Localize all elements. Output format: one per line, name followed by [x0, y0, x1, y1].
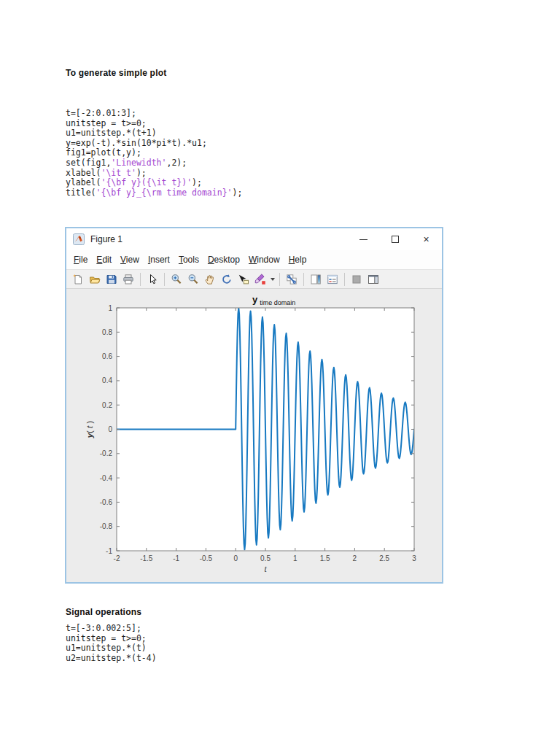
- window-controls: ×: [348, 228, 442, 250]
- new-figure-button[interactable]: [71, 271, 85, 287]
- svg-text:0.5: 0.5: [260, 554, 271, 562]
- toolbar: [66, 269, 442, 289]
- menu-item-desktop[interactable]: Desktop: [203, 255, 244, 265]
- insert-colorbar-icon: [310, 274, 322, 285]
- svg-text:-0.2: -0.2: [100, 449, 113, 457]
- code-block-1: t=[-2:0.01:3];unitstep = t>=0;u1=unitste…: [66, 109, 242, 198]
- toolbar-separator: [164, 273, 165, 286]
- toolbar-separator: [303, 273, 304, 286]
- menu-item-tools[interactable]: Tools: [174, 255, 203, 265]
- link-plot-icon: [286, 274, 298, 285]
- document-page: To generate simple plot t=[-2:0.01:3];un…: [0, 0, 560, 747]
- svg-text:t: t: [264, 565, 267, 573]
- zoom-in-button[interactable]: [169, 271, 184, 287]
- insert-legend-button[interactable]: [325, 271, 340, 287]
- toolbar-separator: [140, 273, 141, 286]
- section2-heading: Signal operations: [66, 607, 141, 617]
- pan-button[interactable]: [203, 271, 217, 287]
- svg-text:0.8: 0.8: [102, 328, 112, 336]
- code-block-2: t=[-3:0.002:5];unitstep = t>=0;u1=unitst…: [66, 624, 157, 663]
- figure-window-title: Figure 1: [90, 234, 348, 244]
- svg-text:0: 0: [233, 554, 238, 562]
- svg-text:0.2: 0.2: [102, 401, 112, 409]
- brush-data-button[interactable]: [253, 271, 268, 287]
- svg-text:-2: -2: [114, 554, 120, 562]
- figure-chart: -2-1.5-1-0.500.511.522.53-1-0.8-0.6-0.4-…: [66, 289, 442, 582]
- edit-plot-button[interactable]: [145, 271, 160, 287]
- svg-text:y( t ): y( t ): [85, 421, 94, 439]
- svg-text:1: 1: [108, 304, 112, 312]
- svg-text:0: 0: [108, 425, 112, 433]
- svg-text:-1: -1: [173, 554, 179, 562]
- svg-text:1.5: 1.5: [320, 554, 330, 562]
- menu-item-edit[interactable]: Edit: [92, 255, 116, 265]
- close-button[interactable]: ×: [411, 228, 442, 250]
- maximize-button[interactable]: [379, 228, 411, 250]
- show-plot-tools-dock-icon: [368, 274, 379, 285]
- figure-canvas: -2-1.5-1-0.500.511.522.53-1-0.8-0.6-0.4-…: [66, 289, 442, 582]
- svg-text:-1.5: -1.5: [140, 554, 153, 562]
- matlab-icon: [73, 233, 85, 245]
- zoom-in-icon: [171, 274, 182, 285]
- save-figure-button[interactable]: [104, 271, 119, 287]
- open-file-icon: [89, 274, 101, 285]
- menu-item-file[interactable]: File: [69, 255, 92, 265]
- menu-item-window[interactable]: Window: [244, 255, 284, 265]
- menu-item-insert[interactable]: Insert: [144, 255, 174, 265]
- section1-heading: To generate simple plot: [66, 68, 166, 78]
- menu-item-help[interactable]: Help: [284, 255, 311, 265]
- figure-window: Figure 1 × FileEditViewInsertToolsDeskto…: [65, 227, 443, 584]
- brush-data-icon: [254, 274, 266, 285]
- svg-text:ytime domain: ytime domain: [252, 294, 295, 306]
- rotate-3d-icon: [221, 274, 233, 285]
- edit-plot-icon: [147, 274, 158, 285]
- rotate-3d-button[interactable]: [219, 271, 234, 287]
- svg-text:-0.5: -0.5: [200, 554, 213, 562]
- new-figure-icon: [72, 274, 84, 285]
- svg-text:2: 2: [353, 554, 357, 562]
- svg-text:3: 3: [412, 554, 416, 562]
- toolbar-separator: [279, 273, 280, 286]
- print-figure-button[interactable]: [121, 271, 136, 287]
- hide-plot-tools-button[interactable]: [349, 271, 364, 287]
- svg-text:-1: -1: [106, 547, 112, 555]
- brush-dropdown-caret[interactable]: [271, 278, 275, 281]
- data-cursor-icon: [238, 274, 249, 285]
- svg-text:0.6: 0.6: [102, 352, 112, 360]
- pan-icon: [204, 274, 216, 285]
- svg-text:-0.4: -0.4: [100, 474, 113, 482]
- toolbar-separator: [344, 273, 345, 286]
- show-plot-tools-dock-button[interactable]: [366, 271, 381, 287]
- svg-text:0.4: 0.4: [102, 376, 112, 384]
- zoom-out-icon: [187, 274, 199, 285]
- insert-legend-icon: [327, 274, 338, 285]
- svg-text:-0.8: -0.8: [100, 522, 113, 530]
- minimize-icon: [359, 239, 368, 240]
- minimize-button[interactable]: [348, 228, 379, 250]
- maximize-icon: [392, 236, 399, 243]
- hide-plot-tools-icon: [351, 274, 362, 285]
- print-figure-icon: [122, 274, 134, 285]
- figure-titlebar: Figure 1 ×: [66, 228, 442, 250]
- link-plot-button[interactable]: [284, 271, 299, 287]
- svg-text:1: 1: [293, 554, 298, 562]
- menu-bar: FileEditViewInsertToolsDesktopWindowHelp: [66, 250, 442, 269]
- menu-item-view[interactable]: View: [116, 255, 144, 265]
- open-file-button[interactable]: [88, 271, 102, 287]
- zoom-out-button[interactable]: [186, 271, 201, 287]
- data-cursor-button[interactable]: [236, 271, 251, 287]
- save-figure-icon: [106, 274, 117, 285]
- svg-text:2.5: 2.5: [379, 554, 389, 562]
- insert-colorbar-button[interactable]: [308, 271, 323, 287]
- svg-text:-0.6: -0.6: [100, 498, 113, 506]
